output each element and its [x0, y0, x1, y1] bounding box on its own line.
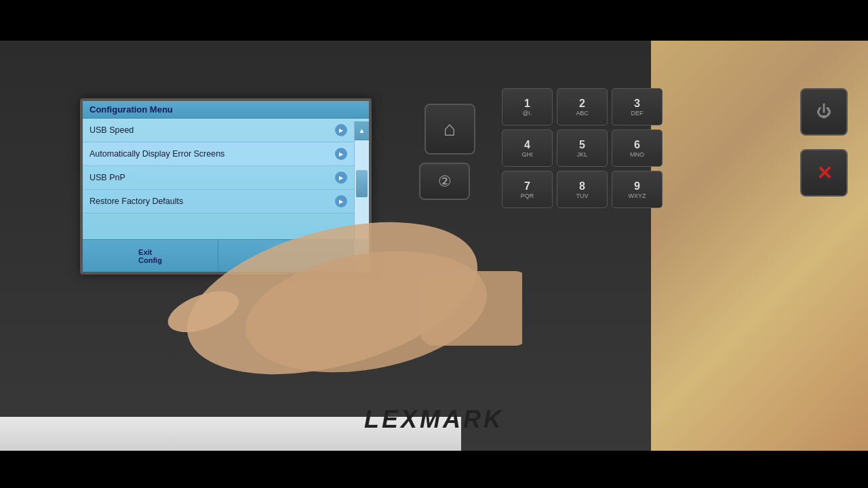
menu-item-restore-factory-label: Restore Factory Defaults [90, 197, 183, 206]
menu-item-usb-pnp[interactable]: USB PnP [83, 166, 354, 190]
screen-btn-2[interactable] [218, 240, 354, 272]
home-icon: ⌂ [443, 117, 456, 140]
scroll-thumb[interactable] [356, 170, 368, 197]
screen-scrollbar[interactable]: ▲ [354, 121, 369, 239]
screen-bottom-buttons: ExitConfig [83, 239, 354, 272]
menu-item-auto-display-label: Automatically Display Error Screens [90, 149, 224, 159]
key-4[interactable]: 4 GHI [502, 129, 553, 167]
key-9[interactable]: 9 WXYZ [612, 171, 663, 208]
menu-item-auto-display[interactable]: Automatically Display Error Screens [83, 142, 354, 166]
key-6[interactable]: 6 MNO [612, 129, 663, 167]
secondary-button[interactable]: ② [419, 163, 470, 200]
power-icon: ⏻ [816, 103, 831, 121]
screen-display: Configuration Menu USB Speed Automatical… [83, 101, 369, 272]
key-8[interactable]: 8 TUV [557, 171, 608, 208]
key-1-num: 1 [524, 98, 530, 110]
key-1-letters: @!. [522, 110, 532, 117]
key-8-letters: TUV [576, 192, 589, 199]
lcd-screen: Configuration Menu USB Speed Automatical… [80, 98, 372, 274]
number-keypad: 1 @!. 2 ABC 3 DEF 4 GHI 5 JKL 6 MNO 7 PQ… [502, 88, 663, 208]
key-8-num: 8 [579, 180, 585, 192]
menu-item-restore-factory[interactable]: Restore Factory Defaults [83, 190, 354, 214]
side-buttons: ⏻ ✕ [800, 88, 848, 197]
key-9-letters: WXYZ [629, 192, 646, 199]
menu-item-usb-pnp-arrow [335, 171, 347, 184]
menu-item-usb-speed-arrow [335, 124, 347, 136]
letterbox-bottom [0, 451, 868, 488]
menu-item-usb-speed-label: USB Speed [90, 125, 134, 135]
exit-config-label: ExitConfig [138, 248, 162, 264]
cancel-icon: ✕ [816, 162, 832, 184]
exit-config-button[interactable]: ExitConfig [83, 240, 218, 272]
key-5-num: 5 [579, 139, 585, 151]
key-2[interactable]: 2 ABC [557, 88, 608, 125]
menu-item-auto-display-arrow [335, 148, 347, 160]
key-5-letters: JKL [577, 151, 588, 158]
key-4-letters: GHI [521, 151, 532, 158]
screen-content-area: USB Speed Automatically Display Error Sc… [83, 119, 369, 214]
key-2-num: 2 [579, 98, 585, 110]
home-button[interactable]: ⌂ [425, 104, 475, 155]
key-1[interactable]: 1 @!. [502, 88, 553, 125]
letterbox-top [0, 0, 868, 41]
scroll-track [355, 140, 369, 239]
menu-item-restore-factory-arrow [335, 195, 347, 207]
brand-logo: LEXMARK [364, 405, 504, 434]
menu-item-usb-speed[interactable]: USB Speed [83, 119, 354, 142]
secondary-button-icon: ② [438, 173, 452, 190]
key-3-num: 3 [634, 98, 640, 110]
key-2-letters: ABC [576, 110, 589, 117]
menu-title: Configuration Menu [90, 104, 173, 115]
key-5[interactable]: 5 JKL [557, 129, 608, 167]
key-6-num: 6 [634, 139, 640, 151]
menu-header: Configuration Menu [83, 101, 369, 119]
cancel-button[interactable]: ✕ [800, 149, 848, 197]
scroll-up-button[interactable]: ▲ [355, 121, 370, 140]
key-7-letters: PQR [521, 192, 534, 199]
key-7-num: 7 [524, 180, 530, 192]
brand-name: LEXMARK [364, 405, 504, 433]
home-button-area: ⌂ [419, 98, 480, 159]
key-4-num: 4 [524, 139, 530, 151]
key-9-num: 9 [634, 180, 640, 192]
key-6-letters: MNO [630, 151, 644, 158]
menu-item-usb-pnp-label: USB PnP [90, 173, 125, 182]
key-3[interactable]: 3 DEF [612, 88, 663, 125]
power-button[interactable]: ⏻ [800, 88, 848, 136]
key-7[interactable]: 7 PQR [502, 171, 553, 208]
key-3-letters: DEF [631, 110, 644, 117]
